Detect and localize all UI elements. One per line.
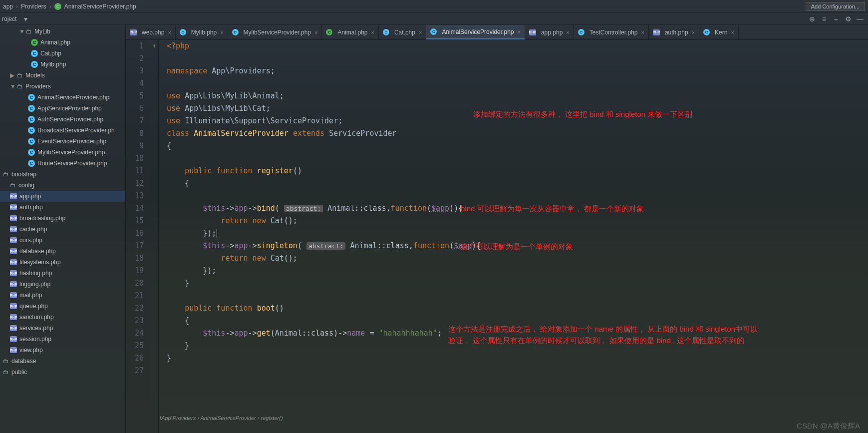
tree-label: database.php [19, 248, 56, 255]
class-icon: C [28, 127, 35, 134]
editor-breadcrumb[interactable]: \App\Providers › AnimalServiceProvider ›… [160, 415, 283, 421]
close-icon[interactable]: × [419, 29, 422, 35]
tree-item[interactable]: ▶🗀Models [0, 70, 125, 81]
editor-tab[interactable]: CAnimal.php× [322, 25, 378, 39]
php-icon: PHP [10, 226, 17, 232]
tree-item[interactable]: PHPqueue.php [0, 301, 125, 312]
php-icon: PHP [130, 29, 137, 35]
tree-item[interactable]: PHPapp.php [0, 191, 125, 202]
split-icon[interactable]: ⫟ [832, 14, 841, 23]
tree-item[interactable]: PHPcors.php [0, 235, 125, 246]
tree-item[interactable]: 🗀database [0, 356, 125, 367]
chevron-right-icon: › [16, 3, 18, 10]
folder-icon: 🗀 [3, 171, 9, 178]
editor-tab[interactable]: PHPapp.php× [525, 25, 574, 39]
tree-item[interactable]: PHPhashing.php [0, 268, 125, 279]
tree-item[interactable]: 🗀bootstrap [0, 169, 125, 180]
chevron-icon: ▶ [10, 72, 16, 79]
tree-item[interactable]: CRouteServiceProvider.php [0, 158, 125, 169]
parameter-hint: abstract: [306, 242, 345, 250]
close-icon[interactable]: × [692, 29, 695, 35]
tree-item[interactable]: PHPmail.php [0, 290, 125, 301]
tab-label: Mylib.php [191, 29, 217, 36]
close-icon[interactable]: × [641, 29, 644, 35]
tree-item[interactable]: CAnimalServiceProvider.php [0, 92, 125, 103]
tree-item[interactable]: 🗀public [0, 367, 125, 378]
tree-item[interactable]: PHPsession.php [0, 334, 125, 345]
code-content[interactable]: <?php namespace App\Providers; use App\L… [159, 40, 868, 433]
folder-icon: 🗀 [17, 83, 23, 90]
tree-label: session.php [19, 336, 51, 343]
editor-tab[interactable]: CAnimalServiceProvider.php× [426, 25, 525, 39]
tree-item[interactable]: CCat.php [0, 48, 125, 59]
class-icon: C [28, 149, 35, 156]
php-icon: PHP [10, 270, 17, 276]
tree-item[interactable]: CMylibServiceProvider.php [0, 147, 125, 158]
tree-item[interactable]: PHPsanctum.php [0, 312, 125, 323]
tree-item[interactable]: PHPservices.php [0, 323, 125, 334]
class-icon: C [232, 29, 239, 35]
chevron-right-icon: › [49, 3, 51, 10]
close-icon[interactable]: × [314, 29, 317, 35]
folder-icon: 🗀 [3, 369, 9, 376]
close-icon[interactable]: × [731, 29, 734, 35]
breadcrumb-seg[interactable]: app [3, 3, 13, 10]
tree-label: view.php [19, 347, 43, 354]
locate-icon[interactable]: ⊕ [808, 14, 817, 23]
tree-item[interactable]: CAuthServiceProvider.php [0, 114, 125, 125]
class-icon: C [31, 39, 38, 46]
code-editor[interactable]: 1234567891011121314151617181920212223242… [126, 40, 868, 433]
editor-tab[interactable]: PHPauth.php× [649, 25, 699, 39]
tree-item[interactable]: CEventServiceProvider.php [0, 136, 125, 147]
project-tree[interactable]: ▼🗀MyLibCAnimal.phpCCat.phpCMylib.php▶🗀Mo… [0, 25, 126, 433]
editor-tab[interactable]: CMylib.php× [176, 25, 228, 39]
php-icon: PHP [529, 29, 536, 35]
hide-icon[interactable]: — [856, 14, 865, 23]
tree-label: MylibServiceProvider.php [37, 149, 105, 156]
breadcrumb[interactable]: app › Providers › C AnimalServiceProvide… [3, 3, 136, 10]
tab-label: app.php [541, 29, 563, 36]
tree-item[interactable]: PHPauth.php [0, 202, 125, 213]
close-icon[interactable]: × [371, 29, 374, 35]
editor-tab[interactable]: CKern× [699, 25, 739, 39]
tree-label: Models [25, 72, 45, 79]
php-icon: PHP [10, 336, 17, 342]
breadcrumb-seg[interactable]: Providers [21, 3, 46, 10]
tree-item[interactable]: ▼🗀MyLib [0, 26, 125, 37]
close-icon[interactable]: × [168, 29, 171, 35]
class-icon: C [31, 50, 38, 57]
breadcrumb-seg[interactable]: AnimalServiceProvider.php [64, 3, 136, 10]
tree-label: BroadcastServiceProvider.ph [37, 127, 115, 134]
tree-item[interactable]: PHPview.php [0, 345, 125, 356]
tree-item[interactable]: 🗀config [0, 180, 125, 191]
add-configuration-button[interactable]: Add Configuration... [806, 2, 865, 11]
tree-item[interactable]: CBroadcastServiceProvider.ph [0, 125, 125, 136]
editor-tab[interactable]: CMylibServiceProvider.php× [228, 25, 322, 39]
tree-item[interactable]: CMylib.php [0, 59, 125, 70]
close-icon[interactable]: × [220, 29, 223, 35]
tree-item[interactable]: ▼🗀Providers [0, 81, 125, 92]
editor-tab[interactable]: CTestController.php× [574, 25, 649, 39]
class-icon: C [28, 160, 35, 167]
tree-label: app.php [19, 193, 41, 200]
tree-item[interactable]: PHPfilesystems.php [0, 257, 125, 268]
class-icon: C [28, 105, 35, 112]
tree-item[interactable]: PHPdatabase.php [0, 246, 125, 257]
editor-tab[interactable]: CCat.php× [379, 25, 426, 39]
tree-item[interactable]: PHPbroadcasting.php [0, 213, 125, 224]
watermark: CSDN @A黄俊辉A [797, 422, 860, 431]
tree-item[interactable]: PHPlogging.php [0, 279, 125, 290]
class-icon: C [430, 28, 437, 35]
close-icon[interactable]: × [566, 29, 569, 35]
expand-icon[interactable]: ≡ [820, 14, 829, 23]
tab-label: Animal.php [337, 29, 367, 36]
folder-icon: 🗀 [26, 28, 32, 35]
tree-item[interactable]: CAnimal.php [0, 37, 125, 48]
dropdown-icon[interactable]: ▾ [21, 14, 30, 23]
editor-tab[interactable]: PHPweb.php× [126, 25, 176, 39]
tree-item[interactable]: PHPcache.php [0, 224, 125, 235]
class-icon: C [54, 3, 61, 10]
tree-item[interactable]: CAppServiceProvider.php [0, 103, 125, 114]
gear-icon[interactable]: ⚙ [844, 14, 853, 23]
close-icon[interactable]: × [517, 29, 520, 35]
